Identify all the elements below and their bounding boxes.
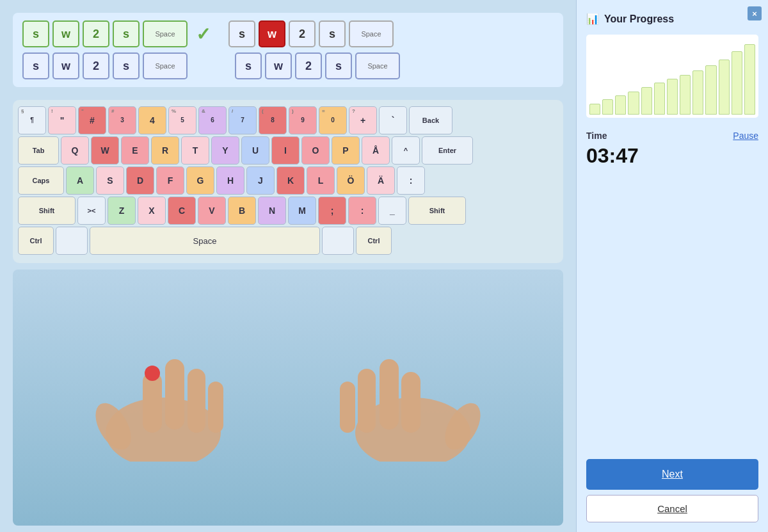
kb-key-k[interactable]: K	[276, 166, 305, 195]
right-key-group-top: s w 2 s Space	[228, 20, 394, 47]
svg-rect-4	[188, 369, 205, 433]
kb-key-4[interactable]: 4	[138, 106, 166, 134]
chart-bar-3	[628, 92, 639, 115]
key-s-1: s	[22, 20, 49, 47]
kb-key-t[interactable]: T	[181, 136, 209, 165]
exercise-section: s w 2 s Space ✓ s w 2 s Space s w 2 s	[13, 13, 563, 87]
kb-key-1[interactable]: !"	[48, 106, 76, 134]
kb-key-odiaeresis[interactable]: Ö	[337, 166, 365, 195]
svg-rect-3	[165, 359, 184, 430]
kb-key-enter[interactable]: Enter	[422, 136, 473, 165]
kb-row-zxcv: Shift >< Z X C V B N M ; : _ Shift	[18, 197, 558, 225]
bar-chart	[586, 35, 758, 118]
kb-key-6[interactable]: &6	[198, 106, 227, 134]
kb-key-space[interactable]: Space	[90, 227, 320, 255]
kb-key-g[interactable]: G	[186, 166, 214, 195]
kb-key-comma[interactable]: ;	[318, 197, 346, 225]
kb-key-x[interactable]: X	[138, 197, 166, 225]
chart-bar-7	[680, 75, 691, 115]
kb-key-i[interactable]: I	[271, 136, 300, 165]
kb-key-d[interactable]: D	[126, 166, 154, 195]
chart-bar-8	[692, 70, 703, 115]
kb-key-o[interactable]: O	[301, 136, 330, 165]
chart-bar-4	[641, 87, 652, 115]
hands-area	[13, 270, 563, 526]
kb-key-period[interactable]: :	[348, 197, 376, 225]
close-button[interactable]: ×	[748, 6, 762, 20]
kb-key-7[interactable]: /7	[228, 106, 257, 134]
exercise-row-1: s w 2 s Space ✓ s w 2 s Space	[22, 20, 554, 47]
kb-key-ctrl-right[interactable]: Ctrl	[356, 227, 392, 255]
kb-key-z[interactable]: Z	[108, 197, 136, 225]
progress-title: 📊 Your Progress	[586, 13, 758, 25]
kb-key-alt-right[interactable]	[322, 227, 354, 255]
key-2-3: 2	[83, 52, 109, 79]
time-value: 03:47	[586, 144, 758, 168]
kb-key-8[interactable]: (8	[259, 106, 287, 134]
kb-key-q[interactable]: Q	[61, 136, 89, 165]
kb-key-shift-right[interactable]: Shift	[408, 197, 466, 225]
kb-key-caret[interactable]: ^	[392, 136, 420, 165]
kb-key-alt-left[interactable]	[56, 227, 88, 255]
key-2-1: 2	[83, 20, 109, 47]
kb-key-u[interactable]: U	[241, 136, 269, 165]
kb-key-l[interactable]: L	[307, 166, 335, 195]
kb-key-aring[interactable]: Å	[362, 136, 390, 165]
kb-key-ctrl-left[interactable]: Ctrl	[18, 227, 54, 255]
kb-key-5[interactable]: %5	[168, 106, 196, 134]
pause-link[interactable]: Pause	[733, 131, 758, 141]
kb-key-n[interactable]: N	[258, 197, 286, 225]
kb-key-b[interactable]: B	[228, 197, 256, 225]
key-w-wrong: w	[259, 20, 285, 47]
cancel-button[interactable]: Cancel	[586, 495, 758, 522]
svg-rect-2	[143, 372, 162, 433]
chart-bar-11	[732, 51, 742, 115]
kb-key-section[interactable]: §¶	[18, 106, 46, 134]
svg-rect-9	[401, 372, 420, 433]
right-key-group-bottom: s w 2 s Space	[235, 52, 400, 79]
kb-key-w[interactable]: W	[91, 136, 119, 165]
kb-key-shift-left[interactable]: Shift	[18, 197, 76, 225]
kb-row-asdf: Caps A S D F G H J K L Ö Ä :	[18, 166, 558, 195]
kb-key-caps[interactable]: Caps	[18, 166, 64, 195]
kb-key-e[interactable]: E	[121, 136, 149, 165]
kb-key-j[interactable]: J	[246, 166, 275, 195]
chart-bar-10	[719, 60, 730, 115]
kb-key-9[interactable]: )9	[289, 106, 317, 134]
kb-key-m[interactable]: M	[288, 197, 316, 225]
next-button[interactable]: Next	[586, 459, 758, 490]
kb-key-r[interactable]: R	[151, 136, 179, 165]
kb-key-p[interactable]: P	[332, 136, 360, 165]
kb-key-f[interactable]: F	[156, 166, 184, 195]
key-w-1: w	[52, 20, 79, 47]
chart-bar-2	[615, 95, 626, 115]
key-s-8: s	[325, 52, 352, 79]
key-s-4: s	[319, 20, 346, 47]
kb-key-colon[interactable]: :	[397, 166, 425, 195]
kb-key-a[interactable]: A	[66, 166, 94, 195]
kb-key-0[interactable]: =0	[319, 106, 347, 134]
kb-key-angle[interactable]: ><	[77, 197, 106, 225]
kb-key-plus[interactable]: ?+	[349, 106, 377, 134]
kb-key-s[interactable]: S	[96, 166, 124, 195]
chart-bar-9	[705, 65, 716, 115]
kb-key-v[interactable]: V	[198, 197, 226, 225]
svg-rect-12	[340, 382, 355, 433]
kb-key-backspace[interactable]: Back	[409, 106, 452, 134]
key-w-3: w	[265, 52, 292, 79]
kb-row-bottom: Ctrl Space Ctrl	[18, 227, 558, 255]
kb-key-h[interactable]: H	[216, 166, 244, 195]
checkmark-1: ✓	[196, 24, 211, 45]
kb-key-y[interactable]: Y	[211, 136, 239, 165]
kb-key-minus[interactable]: _	[378, 197, 406, 225]
key-s-2: s	[113, 20, 140, 47]
kb-key-adiaeresis[interactable]: Ä	[367, 166, 395, 195]
kb-key-3[interactable]: #3	[108, 106, 136, 134]
keyboard-section: §¶ !" "# #3 4 %5 &6 /7 (8 )9 =0 ?+ ` Bac…	[13, 100, 563, 263]
kb-key-acute[interactable]: `	[379, 106, 407, 134]
kb-key-c[interactable]: C	[168, 197, 196, 225]
kb-key-tab[interactable]: Tab	[18, 136, 59, 165]
kb-key-2[interactable]: "#	[78, 106, 106, 134]
svg-rect-11	[358, 369, 376, 433]
chart-bar-1	[602, 99, 613, 115]
